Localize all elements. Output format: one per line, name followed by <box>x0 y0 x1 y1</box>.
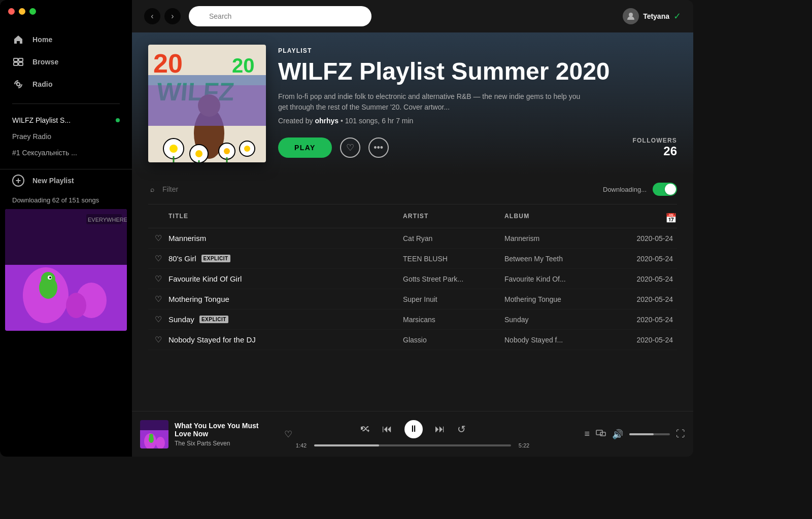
now-playing-bar: What You Love You Must Love Now The Six … <box>132 411 693 457</box>
total-time: 5:22 <box>515 442 533 448</box>
sidebar-item-home[interactable]: Home <box>0 28 132 51</box>
minimize-button[interactable] <box>19 8 25 15</box>
track-row[interactable]: ♡ Mothering Tongue Super Inuit Mothering… <box>148 289 677 309</box>
sidebar-playlist-wilfz-label: WILFZ Playlist S... <box>12 116 71 124</box>
track-row[interactable]: ♡ Favourite Kind Of Girl Gotts Street Pa… <box>148 269 677 289</box>
col-album: ALBUM <box>504 213 616 224</box>
now-playing-right: ≡ 🔊 ⛶ <box>533 428 685 440</box>
track-like-button[interactable]: ♡ <box>148 294 168 304</box>
track-title-cell: 80's Girl EXPLICIT <box>168 254 403 263</box>
main-content: ‹ › ⌕ Tetyana <box>132 0 693 457</box>
more-options-button[interactable]: ••• <box>368 137 389 158</box>
sidebar-home-label: Home <box>32 36 52 44</box>
fullscreen-icon[interactable]: ⛶ <box>676 429 685 439</box>
playlist-cover-art: 20 WILFZ 20 <box>148 45 266 162</box>
close-button[interactable] <box>8 8 15 15</box>
track-title-cell: Mannerism <box>168 234 403 243</box>
svg-rect-3 <box>19 62 23 65</box>
nav-section: Home Browse <box>0 24 132 99</box>
col-artist: ARTIST <box>403 213 504 224</box>
track-like-button[interactable]: ♡ <box>148 274 168 284</box>
playlist-type-label: PLAYLIST <box>278 47 677 54</box>
track-list-header: ⌕ Downloading... <box>148 175 677 204</box>
svg-point-28 <box>170 145 178 153</box>
sidebar-radio-label: Radio <box>32 80 53 88</box>
sidebar-playlist-top1-label: #1 Сексуальність ... <box>12 149 77 157</box>
svg-point-13 <box>41 272 55 286</box>
track-like-button[interactable]: ♡ <box>148 254 168 263</box>
track-like-button[interactable]: ♡ <box>148 335 168 344</box>
mini-album-art[interactable]: EVERYWHERE <box>5 209 127 331</box>
user-name: Tetyana <box>643 12 669 20</box>
svg-point-18 <box>629 13 633 17</box>
playlist-description: From lo-fi pop and indie folk to electro… <box>278 91 583 113</box>
svg-point-34 <box>244 146 250 152</box>
filter-input[interactable] <box>148 183 255 195</box>
volume-icon[interactable]: 🔊 <box>612 429 623 440</box>
track-like-button[interactable]: ♡ <box>148 315 168 324</box>
active-indicator <box>116 118 120 122</box>
radio-icon <box>12 78 24 90</box>
svg-rect-2 <box>19 58 23 61</box>
followers-label: FOLLOWERS <box>633 137 677 144</box>
like-button[interactable]: ♡ <box>340 137 360 158</box>
sidebar-item-praey[interactable]: Praey Radio <box>0 128 132 145</box>
new-playlist-label: New Playlist <box>32 177 74 185</box>
track-title-cell: Mothering Tongue <box>168 295 403 303</box>
svg-rect-0 <box>14 58 18 61</box>
shuffle-button[interactable] <box>360 424 370 434</box>
playlist-title: WILFZ Playlist Summer 2020 <box>278 58 677 85</box>
track-row[interactable]: ♡ Nobody Stayed for the DJ Glassio Nobod… <box>148 330 677 350</box>
playlist-song-count: 101 songs <box>345 117 378 125</box>
followers-info: FOLLOWERS 26 <box>633 137 677 158</box>
track-table: TITLE ARTIST ALBUM 📅 ♡ Mannerism Cat Rya… <box>148 209 677 350</box>
explicit-badge: EXPLICIT <box>201 255 230 262</box>
plus-icon: + <box>12 175 24 187</box>
progress-bar[interactable] <box>314 444 511 446</box>
track-title: Sunday <box>168 315 194 324</box>
col-heart <box>148 213 168 224</box>
search-input[interactable] <box>189 6 371 26</box>
playlist-meta: Created by ohrhys • 101 songs, 6 hr 7 mi… <box>278 117 677 125</box>
track-date: 2020-05-24 <box>616 255 677 263</box>
playlist-header: 20 WILFZ 20 <box>132 32 693 175</box>
volume-bar[interactable] <box>629 433 670 435</box>
next-button[interactable]: ⏭ <box>435 423 445 435</box>
search-bar: ⌕ <box>189 6 371 26</box>
repeat-button[interactable]: ↺ <box>457 423 466 435</box>
filter-wrapper: ⌕ <box>148 183 255 195</box>
track-table-header: TITLE ARTIST ALBUM 📅 <box>148 209 677 228</box>
track-row[interactable]: ♡ Mannerism Cat Ryan Mannerism 2020-05-2… <box>148 228 677 249</box>
playlist-duration: 6 hr 7 min <box>382 117 413 125</box>
forward-button[interactable]: › <box>164 8 181 24</box>
now-playing-like-button[interactable]: ♡ <box>284 429 292 440</box>
track-row[interactable]: ♡ Sunday EXPLICIT Marsicans Sunday 2020-… <box>148 309 677 330</box>
sidebar-item-radio[interactable]: Radio <box>0 73 132 95</box>
track-list-section: ⌕ Downloading... TITLE ARTIST <box>132 175 693 411</box>
download-toggle-switch[interactable] <box>653 183 677 196</box>
sidebar-item-top1[interactable]: #1 Сексуальність ... <box>0 145 132 161</box>
fullscreen-button[interactable] <box>29 8 36 15</box>
track-title: Favourite Kind Of Girl <box>168 274 242 283</box>
svg-rect-26 <box>148 85 266 126</box>
playlist-creator: ohrhys <box>315 117 339 125</box>
devices-icon[interactable] <box>596 428 606 440</box>
now-playing-left: What You Love You Must Love Now The Six … <box>140 420 292 448</box>
sidebar-item-wilfz[interactable]: WILFZ Playlist S... <box>0 112 132 128</box>
download-status: Downloading 62 of 151 songs <box>0 192 132 207</box>
play-button[interactable]: PLAY <box>278 137 332 158</box>
queue-icon[interactable]: ≡ <box>584 429 590 439</box>
previous-button[interactable]: ⏮ <box>382 423 392 435</box>
track-like-button[interactable]: ♡ <box>148 233 168 243</box>
toggle-knob <box>665 184 676 195</box>
track-row[interactable]: ♡ 80's Girl EXPLICIT TEEN BLUSH Between … <box>148 249 677 269</box>
back-button[interactable]: ‹ <box>144 8 160 24</box>
play-pause-button[interactable]: ⏸ <box>404 420 423 438</box>
col-date: 📅 <box>616 213 677 224</box>
svg-rect-45 <box>600 432 605 436</box>
track-album: Mannerism <box>504 234 616 243</box>
track-artist: Cat Ryan <box>403 234 504 243</box>
top-bar: ‹ › ⌕ Tetyana <box>132 0 693 32</box>
new-playlist-button[interactable]: + New Playlist <box>0 169 132 192</box>
sidebar-item-browse[interactable]: Browse <box>0 51 132 73</box>
